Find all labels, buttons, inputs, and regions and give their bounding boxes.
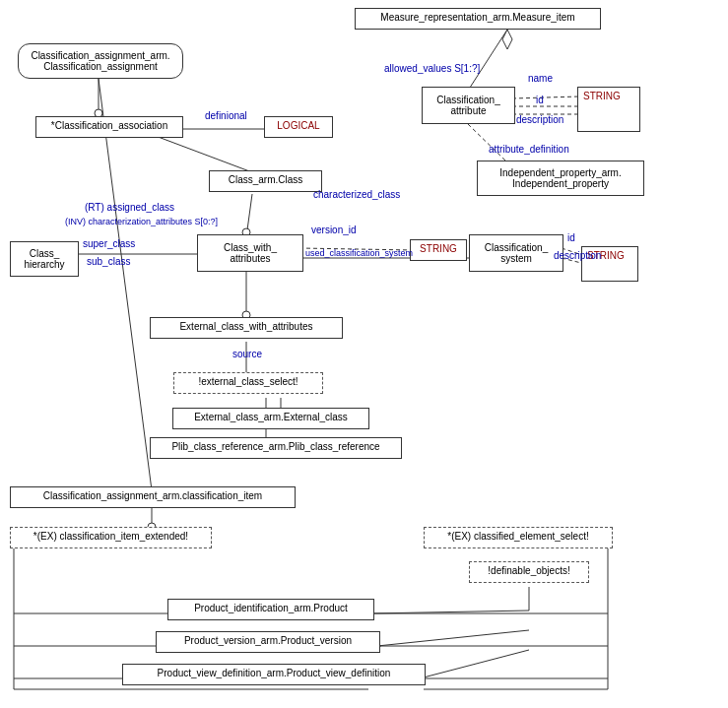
attribute-definition-label: attribute_definition: [489, 144, 569, 155]
external-class-with-attributes-box: External_class_with_attributes: [150, 317, 343, 339]
string1-box: STRING: [577, 87, 640, 132]
id-label-1: id: [536, 95, 544, 105]
classification-item-extended-box: *(EX) classification_item_extended!: [10, 527, 212, 548]
classification-item-box: Classification_assignment_arm.classifica…: [10, 486, 296, 508]
allowed-values-label: allowed_values S[1:?]: [384, 63, 480, 74]
string2-box: STRING: [410, 239, 467, 261]
external-class-select-box: !external_class_select!: [173, 372, 323, 394]
description-label-2: description: [554, 250, 601, 261]
used-classification-system-label: used_classification_system: [305, 248, 413, 258]
class-arm-class-box: Class_arm.Class: [209, 170, 322, 192]
diagram: Measure_representation_arm.Measure_item …: [0, 0, 728, 708]
name-label: name: [528, 73, 553, 84]
product-view-definition-box: Product_view_definition_arm.Product_view…: [122, 664, 426, 685]
svg-line-32: [377, 630, 529, 646]
classification-association-box: *Classification_association: [35, 116, 183, 138]
independent-property-box: Independent_property_arm.Independent_pro…: [477, 161, 644, 196]
class-hierarchy-box: Class_hierarchy: [10, 241, 79, 277]
svg-line-34: [420, 650, 529, 678]
classification-attribute-box: Classification_attribute: [422, 87, 515, 124]
svg-line-10: [246, 194, 252, 237]
assigned-class-label: (RT) assigned_class: [85, 202, 174, 213]
classification-assignment-box: Classification_assignment_arm.Classifica…: [18, 43, 183, 79]
source-label: source: [232, 349, 262, 359]
classification-system-box: Classification_system: [469, 234, 563, 272]
classified-element-select-box: *(EX) classified_element_select!: [424, 527, 613, 548]
plib-class-reference-box: Plib_class_reference_arm.Plib_class_refe…: [150, 437, 402, 459]
description-label-1: description: [516, 114, 563, 125]
product-identification-box: Product_identification_arm.Product: [167, 599, 374, 620]
svg-marker-1: [502, 30, 512, 49]
svg-line-0: [468, 30, 507, 91]
svg-line-22: [99, 79, 152, 490]
svg-line-2: [512, 97, 579, 98]
definitional-label: definional: [205, 110, 247, 121]
measure-item-box: Measure_representation_arm.Measure_item: [355, 8, 601, 30]
id-label-2: id: [567, 232, 575, 243]
svg-line-30: [370, 611, 529, 613]
sub-class-label: sub_class: [87, 256, 130, 267]
logical-box: LOGICAL: [264, 116, 333, 138]
characterized-class-label: characterized_class: [313, 189, 400, 200]
definable-objects-box: !definable_objects!: [469, 561, 589, 583]
characterization-attributes-label: (INV) characterization_attributes S[0:?]: [65, 217, 218, 226]
product-version-box: Product_version_arm.Product_version: [156, 631, 380, 653]
super-class-label: super_class: [83, 238, 135, 249]
class-with-attributes-box: Class_with_attributes: [197, 234, 303, 272]
version-id-label: version_id: [311, 225, 357, 235]
external-class-arm-box: External_class_arm.External_class: [172, 408, 369, 429]
